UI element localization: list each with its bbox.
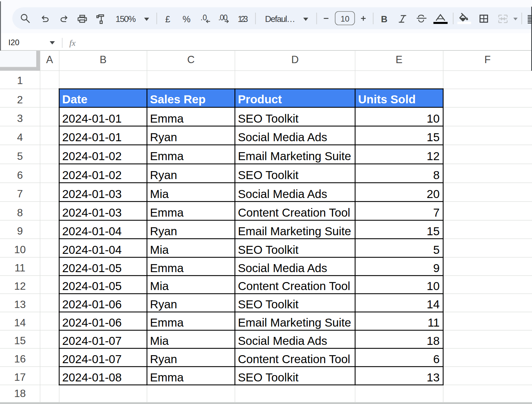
svg-text:15: 15 [427, 131, 440, 144]
svg-text:6: 6 [17, 169, 23, 181]
svg-text:.0: .0 [200, 13, 207, 22]
svg-text:Content Creation Tool: Content Creation Tool [238, 279, 350, 292]
svg-text:2024-01-03: 2024-01-03 [62, 206, 122, 219]
svg-text:2024-01-07: 2024-01-07 [62, 334, 122, 347]
svg-text:8: 8 [433, 168, 440, 181]
svg-text:Mia: Mia [150, 279, 169, 292]
svg-text:15: 15 [427, 225, 440, 238]
svg-text:2024-01-05: 2024-01-05 [62, 261, 122, 274]
svg-text:123: 123 [238, 14, 248, 24]
svg-text:13: 13 [14, 298, 26, 310]
svg-text:2024-01-04: 2024-01-04 [62, 225, 122, 238]
svg-text:Ryan: Ryan [150, 298, 177, 311]
svg-text:11: 11 [15, 262, 26, 274]
svg-text:20: 20 [427, 187, 440, 200]
svg-text:13: 13 [427, 371, 440, 384]
svg-text:B: B [100, 54, 107, 65]
svg-text:5: 5 [433, 243, 440, 256]
svg-text:%: % [183, 14, 191, 24]
svg-text:14: 14 [14, 317, 26, 329]
svg-text:5: 5 [17, 150, 23, 162]
svg-text:fx: fx [69, 38, 76, 48]
svg-text:Emma: Emma [150, 261, 184, 274]
svg-text:Mia: Mia [150, 243, 169, 256]
svg-text:10: 10 [14, 244, 26, 255]
svg-text:Content Creation Tool: Content Creation Tool [238, 353, 350, 365]
svg-text:SEO Toolkit: SEO Toolkit [238, 298, 299, 311]
svg-text:Mia: Mia [150, 187, 169, 200]
svg-text:C: C [187, 54, 195, 65]
svg-text:2024-01-06: 2024-01-06 [62, 298, 122, 311]
svg-text:Emma: Emma [150, 316, 184, 329]
svg-text:Ryan: Ryan [150, 225, 177, 238]
svg-text:A: A [46, 54, 53, 65]
svg-text:2024-01-02: 2024-01-02 [62, 150, 122, 162]
svg-text:SEO Toolkit: SEO Toolkit [238, 371, 299, 384]
svg-text:.00: .00 [218, 13, 228, 22]
svg-text:Email Marketing Suite: Email Marketing Suite [238, 316, 351, 329]
svg-text:11: 11 [428, 316, 440, 329]
svg-text:SEO Toolkit: SEO Toolkit [238, 168, 299, 181]
svg-text:17: 17 [14, 371, 26, 383]
svg-text:2024-01-01: 2024-01-01 [62, 131, 122, 144]
svg-text:1: 1 [17, 74, 23, 86]
svg-text:E: E [396, 54, 403, 65]
svg-text:6: 6 [433, 353, 440, 365]
svg-text:Ryan: Ryan [150, 168, 177, 181]
svg-text:Social Media Ads: Social Media Ads [238, 261, 327, 274]
svg-text:Sales Rep: Sales Rep [150, 93, 205, 106]
svg-text:14: 14 [427, 298, 440, 311]
svg-text:16: 16 [14, 353, 26, 365]
svg-text:7: 7 [17, 188, 23, 200]
svg-text:F: F [484, 54, 491, 65]
svg-text:Product: Product [238, 93, 282, 106]
svg-text:2024-01-07: 2024-01-07 [62, 353, 122, 365]
svg-text:2024-01-06: 2024-01-06 [62, 316, 122, 329]
svg-text:150%: 150% [116, 14, 136, 24]
svg-text:12: 12 [427, 150, 440, 162]
svg-text:Ryan: Ryan [150, 131, 177, 144]
svg-text:Email Marketing Suite: Email Marketing Suite [238, 150, 351, 162]
svg-text:SEO Toolkit: SEO Toolkit [238, 243, 299, 256]
svg-text:2024-01-05: 2024-01-05 [62, 279, 122, 292]
svg-text:Ryan: Ryan [150, 353, 177, 365]
svg-text:£: £ [165, 14, 170, 24]
svg-text:I20: I20 [8, 38, 19, 47]
svg-text:10: 10 [340, 14, 349, 23]
svg-text:2024-01-08: 2024-01-08 [62, 371, 122, 384]
svg-text:D: D [291, 54, 299, 65]
svg-text:Defaul…: Defaul… [265, 14, 295, 24]
svg-text:2: 2 [17, 94, 23, 106]
svg-text:Social Media Ads: Social Media Ads [238, 334, 327, 347]
svg-text:15: 15 [14, 335, 26, 347]
svg-text:3: 3 [17, 112, 23, 124]
svg-text:8: 8 [17, 207, 23, 219]
svg-text:10: 10 [427, 112, 440, 125]
svg-text:9: 9 [433, 261, 440, 274]
svg-text:Emma: Emma [150, 371, 184, 384]
svg-text:4: 4 [17, 131, 23, 143]
svg-text:Units Sold: Units Sold [358, 93, 416, 106]
svg-text:Social Media Ads: Social Media Ads [238, 131, 327, 144]
svg-text:18: 18 [14, 387, 26, 399]
svg-text:2024-01-03: 2024-01-03 [62, 187, 122, 200]
svg-text:SEO Toolkit: SEO Toolkit [238, 112, 299, 125]
svg-text:Emma: Emma [150, 112, 184, 125]
svg-text:Mia: Mia [150, 334, 169, 347]
svg-text:Emma: Emma [150, 206, 184, 219]
svg-text:2024-01-01: 2024-01-01 [62, 112, 122, 125]
svg-text:18: 18 [427, 334, 440, 347]
svg-text:B: B [381, 14, 388, 24]
svg-text:9: 9 [17, 225, 23, 237]
svg-text:2024-01-04: 2024-01-04 [62, 243, 122, 256]
svg-text:Social Media Ads: Social Media Ads [238, 187, 327, 200]
svg-text:12: 12 [14, 280, 26, 292]
svg-text:Email Marketing Suite: Email Marketing Suite [238, 225, 351, 238]
svg-text:Emma: Emma [150, 150, 184, 162]
svg-text:Date: Date [62, 93, 87, 106]
svg-text:10: 10 [427, 279, 440, 292]
svg-text:7: 7 [433, 206, 440, 219]
svg-text:2024-01-02: 2024-01-02 [62, 168, 122, 181]
svg-text:Content Creation Tool: Content Creation Tool [238, 206, 350, 219]
